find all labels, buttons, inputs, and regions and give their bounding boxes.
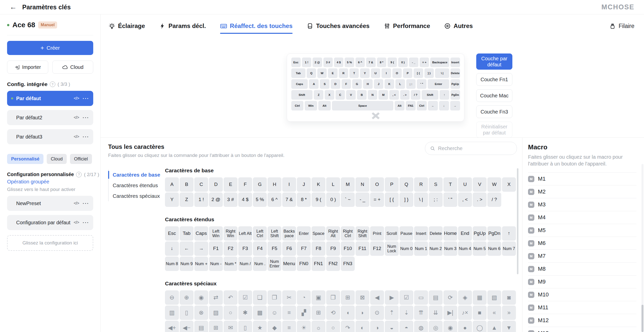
char-key-fn3[interactable]: FN3 (341, 257, 355, 271)
file-star-key[interactable]: ★ (253, 321, 267, 332)
lock-key[interactable]: ◙ (502, 290, 516, 305)
cut-key[interactable]: ✂ (282, 290, 296, 305)
sidebar-item-configuration-par-defaut[interactable]: Configuration par défaut</>··· (7, 215, 93, 230)
layer-button-couche-fn3[interactable]: Couche Fn3 (476, 105, 512, 118)
char-key-f10[interactable]: F10 (341, 241, 355, 256)
char-key-esc[interactable]: Esc (165, 226, 179, 241)
char-key-[interactable]: ↑ (502, 226, 516, 241)
char-key-s[interactable]: S (429, 177, 443, 192)
char-key-r[interactable]: R (414, 177, 428, 192)
char-key-[interactable]: ; : (429, 192, 443, 207)
kb-key-w[interactable]: W (317, 68, 327, 78)
char-key-c[interactable]: C (194, 177, 208, 192)
kb-key-fn1[interactable]: FN1 (406, 101, 416, 110)
code-icon[interactable]: </> (74, 220, 79, 225)
more-icon[interactable]: ··· (83, 134, 89, 140)
kb-key-r[interactable]: R (339, 68, 348, 78)
sidebar-item-par-defaut2[interactable]: Par défaut2</>··· (7, 110, 93, 125)
folder-open-key[interactable]: ❒ (326, 290, 340, 305)
kb-key-8[interactable]: 8 * (377, 58, 386, 67)
kb-key-x[interactable]: X (325, 90, 334, 100)
sidebar-item-par-defaut3[interactable]: Par défaut3</>··· (7, 129, 93, 144)
filter-chip-officiel[interactable]: Officiel (70, 154, 92, 164)
kb-key-ctrl[interactable]: Ctrl (417, 101, 427, 110)
mouse-scroll-down-key[interactable]: ⇣ (399, 306, 413, 320)
char-key-num-3[interactable]: Num 3 (443, 241, 457, 256)
calculator-key[interactable]: ⊞ (312, 306, 325, 320)
char-key-f3[interactable]: F3 (238, 241, 252, 256)
dashboard-key[interactable]: ▞ (297, 306, 311, 320)
back-arrow-icon[interactable]: ← (10, 4, 17, 11)
char-key-f5[interactable]: F5 (268, 241, 281, 256)
char-key-a[interactable]: A (165, 177, 179, 192)
tab-performance[interactable]: Performance (384, 15, 430, 37)
kb-key-t[interactable]: T (349, 68, 359, 78)
more-icon[interactable]: ··· (83, 96, 89, 101)
char-key-num[interactable]: Num - (209, 257, 223, 271)
help-icon[interactable]: ? (76, 172, 82, 177)
char-key-[interactable]: ' " (443, 192, 457, 207)
char-key-num-5[interactable]: Num 5 (473, 241, 487, 256)
char-key-z[interactable]: Z (180, 192, 194, 207)
char-key-f6[interactable]: F6 (282, 241, 296, 256)
group-operation-link[interactable]: Opération groupée (7, 179, 93, 185)
char-key-right-alt[interactable]: Right Alt (326, 226, 340, 241)
char-key-[interactable]: = + (370, 192, 384, 207)
macro-item-m3[interactable]: MM3 (528, 198, 636, 211)
char-key-num-6[interactable]: Num 6 (487, 241, 501, 256)
char-key-num-2[interactable]: Num 2 (429, 241, 443, 256)
volume-up-key[interactable]: ◀+ (165, 321, 179, 332)
zoom-in-key[interactable]: ⊕ (180, 290, 194, 305)
char-key-num[interactable]: Num . (253, 257, 267, 271)
char-key-right-win[interactable]: Right Win (224, 226, 237, 241)
phone-dock-key[interactable]: ▯ (238, 321, 252, 332)
gear-key[interactable]: ✱ (238, 306, 252, 320)
kb-key-m[interactable]: M (378, 90, 388, 100)
scroll-up-key[interactable]: ⇈ (414, 306, 428, 320)
code-icon[interactable]: </> (74, 115, 79, 120)
kb-key-s[interactable]: S (320, 79, 329, 89)
kb-key-[interactable]: = + (420, 58, 429, 67)
kb-key-win[interactable]: Win (305, 101, 317, 110)
kb-key-[interactable]: ] } (424, 68, 434, 78)
xbox-key[interactable]: ⊗ (194, 306, 208, 320)
kb-key-9[interactable]: 9 ( (388, 58, 397, 67)
kb-key-[interactable]: [ { (414, 68, 423, 78)
char-key-k[interactable]: K (312, 177, 325, 192)
kb-key-5[interactable]: 5 % (345, 58, 354, 67)
fast-forward-key[interactable]: » (502, 306, 516, 320)
kb-key-ctrl[interactable]: Ctrl (291, 101, 304, 110)
config-dropzone[interactable]: Glissez la configuration ici (7, 235, 93, 251)
more-icon[interactable]: ··· (83, 201, 89, 206)
contact-card-key[interactable]: ▥ (165, 306, 179, 320)
char-key-u[interactable]: U (458, 177, 472, 192)
menu-list-key[interactable]: ≡ (282, 306, 296, 320)
server-list-key[interactable]: ≡ (282, 321, 296, 332)
tab-autres[interactable]: Autres (444, 15, 473, 37)
emoji-key[interactable]: ☺ (268, 306, 281, 320)
char-key-num-8[interactable]: Num 8 (165, 257, 179, 271)
char-key-delete[interactable]: Delete (429, 226, 443, 241)
char-key-v[interactable]: V (473, 177, 487, 192)
macro-item-m9[interactable]: MM9 (528, 275, 636, 288)
code-icon[interactable]: </> (74, 201, 79, 206)
more-icon[interactable]: ··· (83, 220, 89, 226)
char-key-menu[interactable]: Menu (282, 257, 296, 271)
pie-chart-key[interactable]: ◔ (297, 290, 311, 305)
cloud-button[interactable]: Cloud (52, 61, 93, 74)
mail-key[interactable]: ✉ (224, 321, 237, 332)
kb-key-[interactable]: , < (389, 90, 399, 100)
char-key-[interactable]: . > (473, 192, 487, 207)
kb-key-j[interactable]: J (374, 79, 384, 89)
sync-key[interactable]: ⟳ (443, 290, 457, 305)
macro-item-m12[interactable]: MM12 (528, 314, 636, 327)
char-key-f[interactable]: F (238, 177, 252, 192)
kb-key-2[interactable]: 2 @ (313, 58, 322, 67)
layer-button-couche-fn1[interactable]: Couche Fn1 (476, 73, 512, 86)
char-key-num-1[interactable]: Num 1 (414, 241, 428, 256)
macro-item-m4[interactable]: MM4 (528, 211, 636, 224)
book-add-key[interactable]: ⊞ (341, 290, 355, 305)
char-key-f11[interactable]: F11 (355, 241, 369, 256)
kb-key-[interactable]: / ? (411, 90, 420, 100)
screen-rotate-key[interactable]: ⟲ (326, 306, 340, 320)
